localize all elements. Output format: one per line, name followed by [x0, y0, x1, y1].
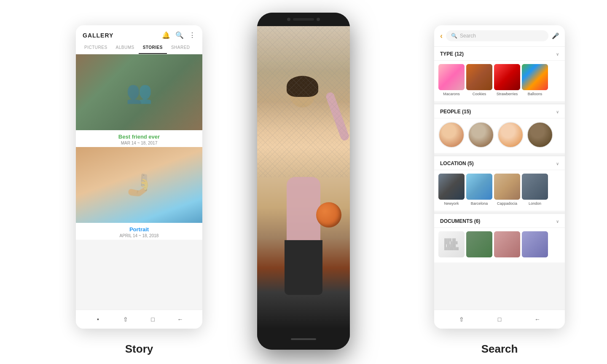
right-device-search: ‹ 🔍 Search 🎤 TYPE (12) ∨ Macarons Cookie [434, 25, 565, 329]
thumb-label-barcelona: Barcelona [471, 201, 488, 206]
thumb-cookies[interactable]: Cookies [466, 64, 492, 96]
thumb-img-doc1: ████ █████ █████ █████████████ [438, 231, 465, 257]
section-title-people: PEOPLE (15) [440, 109, 471, 115]
thumb-img-photo2 [494, 231, 520, 257]
thumb-img-macarons [438, 64, 465, 90]
documents-thumbnails: ████ █████ █████ █████████████ [434, 228, 565, 262]
search-header: ‹ 🔍 Search 🎤 [434, 25, 565, 47]
gallery-header: GALLERY 🔔 🔍 ⋮ [76, 25, 202, 42]
section-header-location[interactable]: LOCATION (5) ∨ [434, 156, 565, 170]
thumb-label-balloons: Balloons [528, 92, 543, 96]
thumb-img-strawberries [494, 64, 520, 90]
thumb-doc1[interactable]: ████ █████ █████ █████████████ [438, 231, 465, 257]
right-device-bottom-bar: ⇧ □ ← [434, 310, 565, 329]
story-image-selfie [76, 147, 202, 223]
location-thumbnails: Newyork Barcelona Cappadocia London [434, 170, 565, 211]
phone-speaker [293, 18, 314, 21]
avatar-person2[interactable] [468, 122, 494, 148]
story-date-bestfriend: MAR 14 ~ 18, 2017 [76, 141, 202, 145]
tab-pictures[interactable]: PICTURES [80, 42, 112, 54]
share-icon[interactable]: ⇧ [121, 315, 130, 324]
back-arrow-icon[interactable]: ‹ [440, 32, 443, 40]
story-title-portrait: Portrait [76, 226, 202, 233]
thumb-london[interactable]: London [522, 174, 548, 206]
thumb-macarons[interactable]: Macarons [438, 64, 465, 96]
thumb-strawberries[interactable]: Strawberries [494, 64, 520, 96]
thumb-photo3[interactable] [522, 231, 548, 257]
phone-bottom-bar [257, 329, 350, 350]
section-documents: DOCUMENTS (6) ∨ ████ █████ █████ ███████… [434, 214, 565, 262]
more-icon[interactable]: ⋮ [189, 31, 196, 39]
thumb-img-barcelona [466, 174, 492, 200]
section-title-documents: DOCUMENTS (6) [440, 218, 480, 224]
chevron-people-icon: ∨ [556, 110, 559, 114]
story-card-portrait[interactable]: Portrait APRIL 14 ~ 18, 2018 [76, 147, 202, 240]
section-title-type: TYPE (12) [440, 51, 464, 57]
section-type: TYPE (12) ∨ Macarons Cookies Strawberrie… [434, 47, 565, 101]
thumb-barcelona[interactable]: Barcelona [466, 174, 492, 206]
section-header-people[interactable]: PEOPLE (15) ∨ [434, 104, 565, 118]
section-header-type[interactable]: TYPE (12) ∨ [434, 47, 565, 61]
section-title-location: LOCATION (5) [440, 161, 474, 166]
thumb-label-london: London [529, 201, 541, 206]
thumb-img-balloons [522, 64, 548, 90]
section-location: LOCATION (5) ∨ Newyork Barcelona Cappado… [434, 156, 565, 211]
right-copy-icon[interactable]: □ [495, 315, 504, 324]
story-card-bestfriend[interactable]: Best friend ever MAR 14 ~ 18, 2017 [76, 54, 202, 147]
tab-stories[interactable]: STORIES [139, 42, 167, 54]
thumb-photo1[interactable] [466, 231, 492, 257]
search-input[interactable]: Search [460, 33, 543, 39]
thumb-balloons[interactable]: Balloons [522, 64, 548, 96]
type-thumbnails: Macarons Cookies Strawberries Balloons [434, 61, 565, 101]
thumb-img-cookies [466, 64, 492, 90]
tab-shared[interactable]: SHARED [167, 42, 194, 54]
story-title-bestfriend: Best friend ever [76, 134, 202, 140]
mic-icon[interactable]: 🎤 [552, 32, 559, 39]
back-icon[interactable]: ← [176, 315, 185, 324]
story-label-bestfriend: Best friend ever MAR 14 ~ 18, 2017 [76, 130, 202, 147]
fence-overlay [257, 26, 350, 177]
thumb-label-cappadocia: Cappadocia [497, 201, 517, 206]
search-bar-icon: 🔍 [451, 33, 457, 39]
thumb-photo2[interactable] [494, 231, 520, 257]
center-phone [257, 13, 350, 350]
story-caption-label: Story [76, 343, 202, 356]
left-device-bottom-bar: • ⇧ □ ← [76, 310, 202, 329]
copy-icon[interactable]: □ [149, 315, 157, 324]
thumb-img-photo1 [466, 231, 492, 257]
gallery-tabs: PICTURES ALBUMS STORIES SHARED [76, 42, 202, 54]
phone-screen [257, 26, 350, 329]
phone-top-bar [257, 13, 350, 26]
thumb-label-strawberries: Strawberries [497, 92, 518, 96]
avatar-person3[interactable] [497, 122, 524, 148]
section-header-documents[interactable]: DOCUMENTS (6) ∨ [434, 214, 565, 228]
thumb-label-newyork: Newyork [444, 201, 459, 206]
thumb-img-cappadocia [494, 174, 520, 200]
story-image-group [76, 54, 202, 130]
chevron-location-icon: ∨ [556, 161, 559, 166]
thumb-newyork[interactable]: Newyork [438, 174, 465, 206]
search-bar[interactable]: 🔍 Search [446, 30, 548, 41]
thumb-label-cookies: Cookies [473, 92, 486, 96]
thumb-img-london [522, 174, 548, 200]
left-device-story: GALLERY 🔔 🔍 ⋮ PICTURES ALBUMS STORIES SH… [76, 25, 202, 329]
home-indicator [291, 338, 316, 340]
gallery-header-icons: 🔔 🔍 ⋮ [162, 31, 196, 39]
avatar-person1[interactable] [438, 122, 465, 148]
right-back-icon[interactable]: ← [533, 315, 542, 324]
section-people: PEOPLE (15) ∨ [434, 104, 565, 153]
story-date-portrait: APRIL 14 ~ 18, 2018 [76, 233, 202, 238]
thumb-img-photo3 [522, 231, 548, 257]
bell-icon[interactable]: 🔔 [162, 31, 170, 39]
thumb-label-macarons: Macarons [443, 92, 460, 96]
tab-albums[interactable]: ALBUMS [112, 42, 139, 54]
story-label-portrait: Portrait APRIL 14 ~ 18, 2018 [76, 223, 202, 240]
avatar-person4[interactable] [527, 122, 553, 148]
phone-camera [287, 18, 290, 21]
right-share-icon[interactable]: ⇧ [457, 315, 466, 324]
search-icon[interactable]: 🔍 [175, 31, 184, 39]
dot-icon: • [94, 315, 102, 324]
thumb-cappadocia[interactable]: Cappadocia [494, 174, 520, 206]
chevron-documents-icon: ∨ [556, 219, 559, 224]
search-caption-label: Search [434, 343, 565, 356]
